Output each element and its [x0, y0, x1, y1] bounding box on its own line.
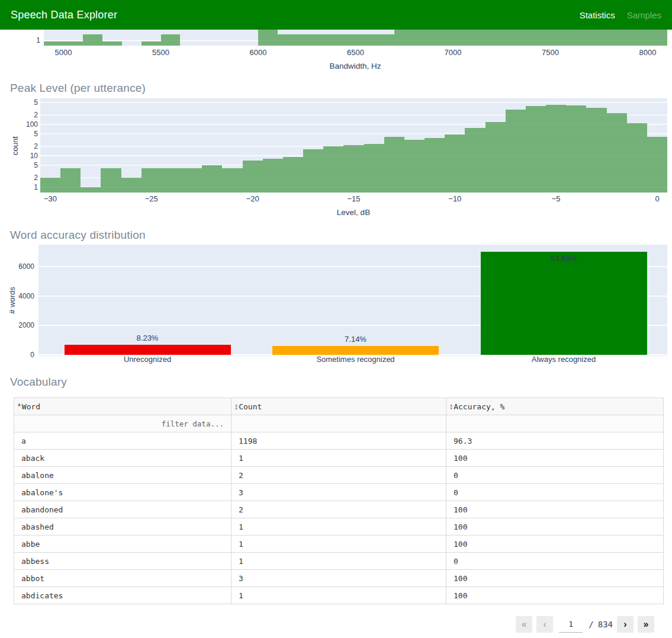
- table-row: abalone20: [14, 467, 664, 484]
- histogram-bar: [142, 41, 161, 46]
- count-cell: 1198: [231, 432, 446, 450]
- column-header-word[interactable]: ▲Word: [14, 398, 231, 415]
- table-row: a119896.3: [14, 432, 664, 450]
- count-cell: 3: [231, 570, 446, 587]
- filter-input[interactable]: [14, 416, 231, 432]
- svg-text:6000: 6000: [250, 48, 267, 57]
- word-cell: abalone's: [14, 484, 231, 501]
- svg-text:7500: 7500: [542, 48, 559, 57]
- bandwidth-histogram-chart: 15000550060006500700075008000Bandwidth, …: [0, 30, 672, 74]
- accuracy-cell: 0: [446, 553, 664, 570]
- column-label: Count: [239, 402, 262, 411]
- histogram-bar: [283, 157, 303, 193]
- svg-text:−15: −15: [347, 194, 360, 203]
- table-row: abandoned2100: [14, 501, 664, 518]
- page-separator: /: [589, 620, 593, 629]
- table-row: abbess10: [14, 553, 664, 570]
- nav-statistics[interactable]: Statistics: [580, 10, 615, 20]
- count-cell: 1: [231, 518, 446, 536]
- table-header-row: ▲Word ▲▼Count ▲▼Accuracy, %: [14, 398, 664, 415]
- pagination: « ‹ / 834 › »: [516, 616, 654, 633]
- accuracy-cell: 0: [446, 484, 664, 501]
- svg-text:# words: # words: [8, 287, 17, 314]
- app-header: Speech Data Explorer Statistics Samples: [0, 0, 672, 30]
- accuracy-cell: 100: [446, 570, 664, 587]
- svg-text:0: 0: [655, 194, 659, 203]
- svg-text:−30: −30: [44, 194, 57, 203]
- svg-text:10: 10: [30, 152, 38, 160]
- column-label: Word: [22, 402, 40, 411]
- peak-level-histogram-chart: 125102510025−30−25−20−15−10−50countLevel…: [0, 95, 672, 220]
- histogram-bar: [182, 168, 202, 193]
- histogram-bar: [278, 34, 394, 46]
- app-title: Speech Data Explorer: [11, 9, 117, 21]
- bar-sometimes-recognized: [272, 346, 439, 355]
- svg-text:6500: 6500: [347, 48, 364, 57]
- section-title-word-accuracy: Word accuracy distribution: [10, 229, 146, 242]
- table-filter-row: [14, 415, 664, 432]
- svg-text:2: 2: [34, 174, 38, 182]
- histogram-bar: [647, 137, 667, 193]
- word-cell: abalone: [14, 467, 231, 484]
- svg-text:100: 100: [26, 120, 38, 129]
- sort-icon: ▲▼: [235, 403, 237, 411]
- svg-text:4000: 4000: [18, 292, 34, 300]
- histogram-bar: [566, 105, 586, 193]
- svg-text:5: 5: [34, 130, 38, 138]
- column-header-count[interactable]: ▲▼Count: [231, 398, 446, 415]
- word-cell: abbess: [14, 553, 231, 570]
- histogram-bar: [263, 159, 283, 193]
- histogram-bar: [161, 34, 181, 46]
- bar-percent-label: 8.23%: [137, 334, 159, 342]
- bar-always-recognized: [481, 252, 647, 355]
- svg-text:2: 2: [34, 142, 38, 150]
- word-cell: abbot: [14, 570, 231, 587]
- accuracy-cell: 96.3: [446, 432, 664, 450]
- table-row: abashed1100: [14, 518, 664, 536]
- page: Speech Data Explorer Statistics Samples …: [0, 0, 672, 638]
- svg-text:0: 0: [30, 351, 34, 359]
- histogram-bar: [162, 168, 182, 193]
- svg-text:−10: −10: [448, 194, 461, 203]
- histogram-bar: [258, 30, 278, 46]
- accuracy-cell: 0: [446, 467, 664, 484]
- column-header-accuracy[interactable]: ▲▼Accuracy, %: [446, 398, 664, 415]
- histogram-bar: [83, 34, 102, 46]
- section-title-peak-level: Peak Level (per utterance): [10, 82, 146, 95]
- count-cell: 1: [231, 587, 446, 604]
- svg-text:Always recognized: Always recognized: [532, 355, 596, 364]
- app-nav: Statistics Samples: [580, 10, 661, 20]
- next-page-button[interactable]: ›: [617, 616, 634, 633]
- histogram-bar: [81, 187, 101, 193]
- histogram-bar: [506, 110, 526, 193]
- count-cell: 3: [231, 484, 446, 501]
- histogram-bar: [60, 168, 81, 193]
- prev-page-button[interactable]: ‹: [536, 616, 553, 633]
- accuracy-cell: 100: [446, 587, 664, 604]
- count-cell: 2: [231, 467, 446, 484]
- column-label: Accuracy, %: [454, 402, 504, 411]
- svg-text:6000: 6000: [18, 262, 34, 271]
- histogram-bar: [142, 168, 162, 193]
- table-row: abbot3100: [14, 570, 664, 587]
- word-cell: abashed: [14, 518, 231, 536]
- word-cell: abdicates: [14, 587, 231, 604]
- page-number-input[interactable]: [559, 617, 583, 633]
- first-page-button[interactable]: «: [516, 616, 532, 633]
- histogram-bar: [465, 128, 485, 193]
- histogram-bar: [364, 144, 384, 193]
- svg-text:−20: −20: [246, 194, 259, 203]
- svg-text:Unrecognized: Unrecognized: [124, 355, 171, 364]
- sort-ascending-icon: ▲: [18, 402, 21, 407]
- section-title-vocabulary: Vocabulary: [10, 376, 67, 389]
- svg-text:Level, dB: Level, dB: [337, 208, 370, 217]
- accuracy-cell: 100: [446, 536, 664, 553]
- histogram-bar: [546, 105, 566, 193]
- word-cell: aback: [14, 450, 231, 467]
- last-page-button[interactable]: »: [638, 616, 654, 633]
- nav-samples[interactable]: Samples: [627, 10, 661, 20]
- histogram-bar: [102, 41, 122, 46]
- count-cell: 1: [231, 536, 446, 553]
- accuracy-cell: 100: [446, 518, 664, 536]
- histogram-bar: [586, 108, 606, 193]
